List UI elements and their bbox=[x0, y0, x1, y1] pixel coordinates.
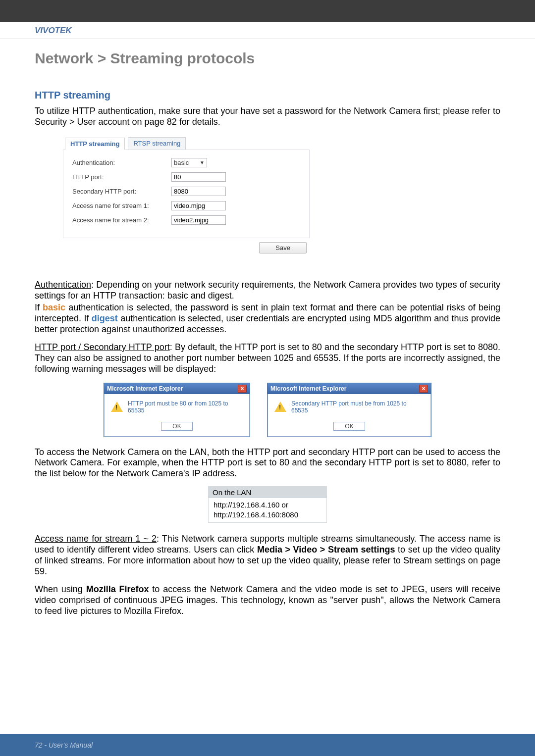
lan-para: To access the Network Camera on the LAN,… bbox=[35, 447, 500, 480]
auth2-pre: If bbox=[35, 302, 43, 312]
dialog-secondary-port: Microsoft Internet Explorer × Secondary … bbox=[267, 383, 431, 437]
select-authentication[interactable]: basic ▼ bbox=[171, 158, 207, 167]
config-panel: HTTP streaming RTSP streaming Authentica… bbox=[62, 135, 310, 257]
row-http-port: HTTP port: bbox=[72, 172, 300, 182]
dialog-http-port: Microsoft Internet Explorer × HTTP port … bbox=[104, 383, 250, 437]
lan-line1: http://192.168.4.160 or bbox=[214, 500, 321, 510]
close-icon[interactable]: × bbox=[238, 385, 247, 393]
row-secondary-port: Secondary HTTP port: bbox=[72, 187, 300, 196]
input-http-port[interactable] bbox=[171, 172, 226, 182]
lan-explain: To access the Network Camera on the LAN,… bbox=[35, 447, 500, 480]
dialog-titlebar: Microsoft Internet Explorer × bbox=[268, 383, 431, 394]
select-value: basic bbox=[174, 159, 189, 166]
ports-explain: HTTP port / Secondary HTTP port: By defa… bbox=[35, 342, 500, 375]
tabs: HTTP streaming RTSP streaming bbox=[63, 135, 310, 150]
label-authentication: Authentication: bbox=[72, 159, 171, 166]
warning-icon bbox=[111, 402, 123, 412]
footer: 72 - User's Manual bbox=[0, 734, 535, 756]
label-stream1: Access name for stream 1: bbox=[72, 202, 171, 209]
access-name-underline: Access name for stream 1 ~ 2 bbox=[35, 534, 157, 544]
firefox-pre: When using bbox=[35, 584, 86, 594]
lan-body: http://192.168.4.160 or http://192.168.4… bbox=[209, 498, 326, 522]
fields-area: Authentication: basic ▼ HTTP port: Secon… bbox=[63, 150, 310, 238]
tab-http-streaming[interactable]: HTTP streaming bbox=[65, 138, 125, 150]
section-http-streaming: HTTP streaming bbox=[35, 90, 500, 101]
ports-underline: HTTP port / Secondary HTTP port bbox=[35, 342, 170, 352]
warning-dialogs: Microsoft Internet Explorer × HTTP port … bbox=[35, 383, 500, 437]
authentication-explain: Authentication: Depending on your networ… bbox=[35, 280, 500, 335]
row-authentication: Authentication: basic ▼ bbox=[72, 158, 300, 167]
warning-icon bbox=[274, 402, 286, 412]
lan-line2: http://192.168.4.160:8080 bbox=[214, 510, 321, 520]
label-http-port: HTTP port: bbox=[72, 173, 171, 181]
lan-box: On the LAN http://192.168.4.160 or http:… bbox=[208, 486, 327, 523]
input-stream1[interactable] bbox=[171, 201, 226, 210]
intro-paragraph: To utilize HTTP authentication, make sur… bbox=[35, 106, 500, 128]
keyword-basic: basic bbox=[43, 302, 65, 312]
chevron-down-icon: ▼ bbox=[200, 160, 205, 165]
access-name-explain: Access name for stream 1 ~ 2: This Netwo… bbox=[35, 534, 500, 617]
row-stream1: Access name for stream 1: bbox=[72, 201, 300, 210]
dialog-message: HTTP port must be 80 or from 1025 to 655… bbox=[128, 400, 243, 414]
auth-underline: Authentication bbox=[35, 280, 91, 290]
label-secondary-port: Secondary HTTP port: bbox=[72, 188, 171, 195]
tab-rtsp-streaming[interactable]: RTSP streaming bbox=[128, 137, 186, 150]
mozilla-firefox: Mozilla Firefox bbox=[86, 584, 149, 594]
header: VIVOTEK bbox=[0, 22, 535, 39]
close-icon[interactable]: × bbox=[419, 385, 428, 393]
dialog-title: Microsoft Internet Explorer bbox=[107, 385, 183, 392]
footer-text: 72 - User's Manual bbox=[35, 741, 93, 749]
keyword-digest: digest bbox=[92, 313, 118, 323]
brand: VIVOTEK bbox=[35, 26, 72, 35]
auth-rest: : Depending on your network security req… bbox=[35, 280, 500, 301]
dialog-title: Microsoft Internet Explorer bbox=[270, 385, 346, 392]
save-row: Save bbox=[63, 238, 310, 256]
ok-button[interactable]: OK bbox=[161, 422, 192, 431]
dialog-message: Secondary HTTP port must be from 1025 to… bbox=[291, 400, 424, 414]
main-content: Network > Streaming protocols HTTP strea… bbox=[0, 39, 535, 617]
page-title: Network > Streaming protocols bbox=[35, 50, 500, 67]
intro-text: To utilize HTTP authentication, make sur… bbox=[35, 106, 500, 128]
lan-head: On the LAN bbox=[209, 487, 326, 498]
ok-button[interactable]: OK bbox=[333, 422, 365, 431]
dialog-titlebar: Microsoft Internet Explorer × bbox=[104, 383, 250, 394]
top-bar bbox=[0, 0, 535, 22]
row-stream2: Access name for stream 2: bbox=[72, 215, 300, 225]
save-button[interactable]: Save bbox=[259, 242, 307, 253]
media-video-stream-settings: Media > Video > Stream settings bbox=[257, 545, 395, 554]
input-secondary-port[interactable] bbox=[171, 187, 226, 196]
input-stream2[interactable] bbox=[171, 215, 226, 225]
label-stream2: Access name for stream 2: bbox=[72, 216, 171, 224]
